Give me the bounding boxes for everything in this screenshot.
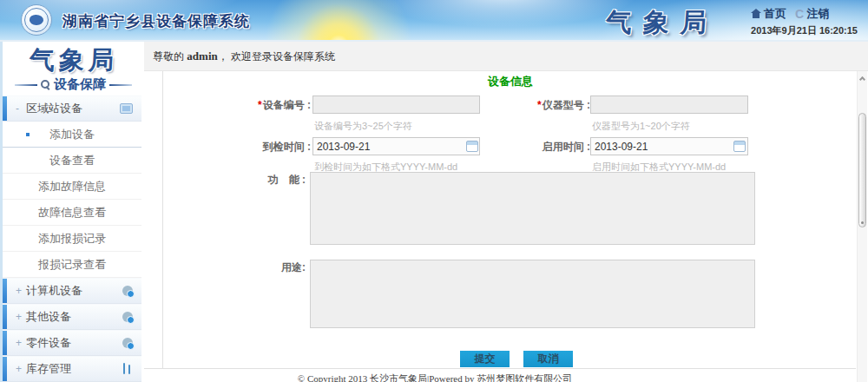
greeting-username: admin <box>187 49 217 63</box>
form-title: 设备信息 <box>488 74 533 89</box>
model-hint: 仪器型号为1~20个字符 <box>592 120 690 133</box>
magnifier-icon <box>41 80 50 90</box>
system-title: 湖南省宁乡县设备保障系统 <box>62 11 250 31</box>
main-area: 尊敬的 admin， 欢迎登录设备保障系统 设备信息 *设备编号 : *仪器型号… <box>144 42 868 382</box>
required-mark: * <box>537 99 542 111</box>
sidebar-section-other[interactable]: + 其他设备 <box>3 304 141 330</box>
sidebar-item-view-device[interactable]: 设备查看 <box>3 148 141 174</box>
section-state: + <box>16 337 26 349</box>
function-textarea[interactable] <box>310 172 755 245</box>
pie-chart-icon <box>122 338 133 348</box>
enable-date-label: 启用时间 : <box>507 137 590 156</box>
sidebar-item-add-damage[interactable]: 添加报损记录 <box>3 226 141 252</box>
content-scrollbar[interactable] <box>857 71 867 382</box>
sidebar-logo: 气象局 设备保障 <box>3 42 144 96</box>
pie-chart-icon <box>122 286 133 296</box>
header-utility: 首页 C 注销 2013年9月21日 16:20:15 <box>751 6 858 37</box>
menu-item-label: 故障信息查看 <box>38 206 106 219</box>
greeting-prefix: 尊敬的 <box>153 50 187 63</box>
sidebar-logo-subtitle: 设备保障 <box>53 76 106 93</box>
home-link[interactable]: 首页 <box>764 6 786 22</box>
footer-divider <box>144 368 856 369</box>
cancel-button[interactable]: 取消 <box>523 351 573 367</box>
section-label: 零件设备 <box>26 335 71 351</box>
device-no-input[interactable] <box>312 96 480 114</box>
sidebar-item-add-fault[interactable]: 添加故障信息 <box>3 174 141 200</box>
sidebar-section-regional-station[interactable]: - 区域站设备 <box>3 96 141 122</box>
divider-line <box>15 84 37 86</box>
sidebar-item-view-damage[interactable]: 报损记录查看 <box>3 252 141 278</box>
device-form: 设备信息 *设备编号 : *仪器型号 : 设备编号为3~25个字符 仪器型号为1… <box>144 71 868 382</box>
sidebar-menu: - 区域站设备 添加设备 设备查看 添加故障信息 故障信息查看 <box>3 96 141 382</box>
section-state: - <box>16 102 26 115</box>
bureau-emblem-icon <box>21 4 52 36</box>
required-mark: * <box>258 99 262 111</box>
section-label: 其他设备 <box>26 309 71 325</box>
usage-label: 用途: <box>248 258 306 277</box>
submit-button[interactable]: 提交 <box>460 351 510 367</box>
section-state: + <box>16 311 26 323</box>
section-label: 库存管理 <box>26 361 71 377</box>
logout-refresh-icon: C <box>795 7 804 21</box>
usage-textarea[interactable] <box>310 260 755 328</box>
sidebar-item-view-fault[interactable]: 故障信息查看 <box>3 200 141 226</box>
menu-item-label: 添加设备 <box>49 128 95 141</box>
section-state: + <box>16 363 26 375</box>
model-label: *仪器型号 : <box>507 96 590 115</box>
section-label: 计算机设备 <box>26 283 82 299</box>
menu-item-label: 添加故障信息 <box>38 180 106 193</box>
sidebar-logo-text: 气象局 <box>28 43 118 78</box>
calendar-icon[interactable] <box>733 141 746 152</box>
greeting-suffix: ， 欢迎登录设备保障系统 <box>218 50 335 63</box>
home-icon <box>751 9 761 19</box>
device-no-label: *设备编号 : <box>227 96 311 115</box>
monitor-icon <box>120 103 133 114</box>
function-label: 功 能 : <box>248 170 306 189</box>
sidebar-section-inventory[interactable]: + 库存管理 <box>3 356 141 382</box>
bullet-icon <box>26 133 30 136</box>
page: 湖南省宁乡县设备保障系统 气象局 首页 C 注销 2013年9月21日 16:2… <box>0 0 868 382</box>
sidebar-section-computer[interactable]: + 计算机设备 <box>3 278 141 304</box>
tools-icon <box>122 364 133 375</box>
sidebar-item-add-device[interactable]: 添加设备 <box>3 122 141 148</box>
divider-line <box>109 84 132 86</box>
model-input[interactable] <box>590 96 748 114</box>
greeting-bar: 尊敬的 admin， 欢迎登录设备保障系统 <box>144 42 868 71</box>
menu-item-label: 添加报损记录 <box>38 232 106 245</box>
sidebar: 气象局 设备保障 - 区域站设备 添加设备 <box>3 42 144 382</box>
header: 湖南省宁乡县设备保障系统 气象局 首页 C 注销 2013年9月21日 16:2… <box>0 0 868 42</box>
logout-link[interactable]: 注销 <box>806 6 829 22</box>
menu-item-label: 设备查看 <box>49 154 95 167</box>
pie-chart-icon <box>122 312 133 322</box>
enable-date-input[interactable] <box>590 137 748 155</box>
datetime-label: 2013年9月21日 16:20:15 <box>751 24 858 37</box>
brand-title: 气象局 <box>605 5 720 41</box>
menu-item-label: 报损记录查看 <box>38 258 106 271</box>
section-state: + <box>16 285 26 297</box>
panel-divider <box>162 71 163 368</box>
check-date-label: 到检时间 : <box>227 137 311 156</box>
sidebar-section-parts[interactable]: + 零件设备 <box>3 330 141 356</box>
check-date-input[interactable] <box>312 137 480 155</box>
scroll-up-icon[interactable] <box>859 76 865 82</box>
device-no-hint: 设备编号为3~25个字符 <box>314 120 412 133</box>
calendar-icon[interactable] <box>466 141 478 152</box>
section-label: 区域站设备 <box>26 101 82 116</box>
scrollbar-thumb[interactable] <box>858 113 866 227</box>
copyright-text: © Copyright 2013 长沙市气象局|Powered by 苏州梦图软… <box>144 372 726 382</box>
